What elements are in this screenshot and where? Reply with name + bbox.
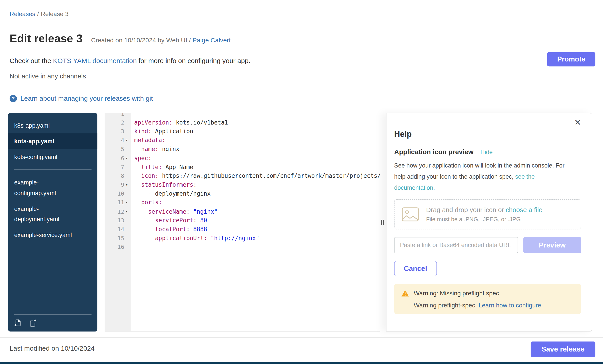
import-file-icon[interactable] (14, 319, 22, 327)
icon-preview-section-head: Application icon preview Hide (394, 148, 581, 156)
sidebar-footer (14, 314, 92, 327)
fold-caret-icon[interactable]: ▾ (124, 201, 129, 205)
release-editor-workspace: k8s-app.yamlkots-app.yamlkots-config.yam… (8, 113, 592, 331)
file-group-app-specs: k8s-app.yamlkots-app.yamlkots-config.yam… (8, 118, 97, 165)
line-number-cell: 16 (104, 244, 131, 250)
code-line[interactable]: 14 localPort: 8888 (104, 225, 380, 234)
code-line[interactable]: 16 (104, 243, 380, 252)
code-line[interactable]: 2apiVersion: kots.io/v1beta1 (104, 118, 380, 127)
close-icon[interactable]: ✕ (572, 118, 583, 127)
fold-caret-icon[interactable]: ▾ (124, 156, 129, 160)
icon-preview-title: Application icon preview (394, 148, 474, 156)
sidebar-file-k8s-app-yaml[interactable]: k8s-app.yaml (8, 118, 97, 133)
promote-button[interactable]: Promote (547, 52, 595, 66)
code-line[interactable]: 11▾ ports: (104, 198, 380, 207)
icon-preview-description: See how your application icon will look … (394, 160, 576, 193)
icon-dropzone[interactable]: Drag and drop your icon or choose a file… (394, 199, 581, 230)
code-line[interactable]: 12▾ - serviceName: "nginx" (104, 207, 380, 216)
sidebar-file-example-configmap-yaml[interactable]: example- configmap.yaml (8, 175, 97, 201)
new-file-icon[interactable] (29, 319, 37, 327)
line-number: 16 (117, 244, 124, 250)
line-number-cell: 7 (104, 164, 131, 170)
preflight-warning-box: Warning: Missing preflight spec Warning … (394, 284, 581, 314)
sidebar-file-example-service-yaml[interactable]: example-service.yaml (8, 227, 97, 243)
code-line[interactable]: 5 name: nginx (104, 145, 380, 154)
editor-lines: 1---2apiVersion: kots.io/v1beta13kind: A… (104, 113, 380, 252)
icon-url-input[interactable] (394, 237, 518, 253)
code-line[interactable]: 7 title: App Name (104, 163, 380, 172)
code-line[interactable]: 1--- (104, 113, 380, 118)
line-number-cell: 5 (104, 146, 131, 152)
breadcrumb-separator: / (37, 11, 39, 17)
docs-hint-prefix: Check out the (10, 57, 51, 64)
code-text: spec: (131, 154, 151, 162)
line-number-cell: 4▾ (104, 137, 131, 143)
code-line[interactable]: 6▾spec: (104, 154, 380, 163)
code-line[interactable]: 15 applicationUrl: "http://nginx" (104, 234, 380, 243)
docs-hint-suffix: for more info on configuring your app. (139, 57, 250, 64)
fold-caret-icon[interactable]: ▾ (124, 210, 129, 213)
fold-caret-icon[interactable]: ▾ (124, 138, 129, 142)
line-number: 10 (117, 191, 124, 197)
code-text: name: nginx (131, 146, 179, 153)
last-modified-text: Last modified on 10/10/2024 (10, 345, 94, 353)
choose-file-link[interactable]: choose a file (506, 206, 543, 214)
line-number: 4 (121, 137, 124, 143)
code-line[interactable]: 8 icon: https://raw.githubusercontent.co… (104, 172, 380, 180)
line-number: 15 (117, 235, 124, 242)
author-link[interactable]: Paige Calvert (192, 36, 231, 44)
code-text: title: App Name (131, 164, 193, 170)
help-panel-title: Help (394, 129, 581, 139)
file-group-examples: example- configmap.yamlexample- deployme… (8, 175, 97, 243)
code-text: - deployment/nginx (131, 190, 210, 197)
line-number-cell: 9▾ (104, 182, 131, 188)
code-line[interactable]: 4▾metadata: (104, 136, 380, 145)
description-period: . (433, 185, 435, 191)
code-line[interactable]: 10 - deployment/nginx (104, 189, 380, 198)
dropzone-text: Drag and drop your icon or choose a file… (426, 206, 543, 222)
help-panel: ✕ Help Application icon preview Hide See… (386, 113, 592, 331)
dropzone-main-prefix: Drag and drop your icon or (426, 206, 504, 214)
line-number-cell: 8 (104, 173, 131, 179)
image-placeholder-icon (401, 207, 419, 222)
warning-configure-link[interactable]: Learn how to configure (479, 302, 541, 308)
code-line[interactable]: 9▾ statusInformers: (104, 180, 380, 189)
title-row: Edit release 3 Created on 10/10/2024 by … (10, 32, 231, 45)
code-line[interactable]: 3kind: Application (104, 127, 380, 136)
sidebar-file-kots-app-yaml[interactable]: kots-app.yaml (8, 133, 97, 149)
line-number: 5 (121, 146, 124, 152)
save-release-button[interactable]: Save release (531, 342, 595, 357)
warning-title-row: Warning: Missing preflight spec (401, 290, 574, 297)
hide-link[interactable]: Hide (480, 149, 493, 155)
line-number-cell: 11▾ (104, 199, 131, 206)
line-number-cell: 1 (104, 113, 131, 117)
dropzone-sub-text: File must be a .PNG, .JPEG, or .JPG (426, 216, 543, 222)
file-tree-sidebar: k8s-app.yamlkots-app.yamlkots-config.yam… (8, 113, 97, 331)
code-text: servicePort: 80 (131, 217, 207, 224)
kots-yaml-docs-link[interactable]: KOTS YAML documentation (53, 57, 137, 64)
edit-release-page: Releases/Release 3 Edit release 3 Create… (0, 0, 603, 364)
panel-resize-handle-right[interactable] (381, 220, 384, 225)
cancel-button[interactable]: Cancel (394, 261, 437, 276)
git-releases-help-link[interactable]: Learn about managing your releases with … (20, 94, 153, 102)
breadcrumb-releases-link[interactable]: Releases (10, 11, 35, 17)
sidebar-file-kots-config-yaml[interactable]: kots-config.yaml (8, 149, 97, 165)
code-text: apiVersion: kots.io/v1beta1 (131, 119, 228, 126)
screen: Releases/Release 3 Edit release 3 Create… (0, 0, 603, 364)
preview-button[interactable]: Preview (523, 237, 581, 253)
code-text: localPort: 8888 (131, 226, 207, 233)
code-line[interactable]: 13 servicePort: 80 (104, 216, 380, 225)
line-number: 14 (117, 226, 124, 232)
fold-caret-icon[interactable]: ▾ (124, 183, 129, 187)
line-number: 13 (117, 217, 124, 224)
page-title: Edit release 3 (10, 32, 82, 45)
icon-url-row: Preview (394, 237, 581, 253)
line-number: 3 (121, 128, 124, 134)
warning-body: Warning preflight-spec. Learn how to con… (414, 302, 574, 309)
line-number-cell: 2 (104, 119, 131, 126)
sidebar-file-example-deployment-yaml[interactable]: example- deployment.yaml (8, 201, 97, 227)
yaml-code-editor[interactable]: 1---2apiVersion: kots.io/v1beta13kind: A… (104, 113, 380, 331)
dropzone-main-text: Drag and drop your icon or choose a file (426, 206, 543, 214)
line-number-cell: 6▾ (104, 155, 131, 161)
line-number: 8 (121, 173, 124, 179)
